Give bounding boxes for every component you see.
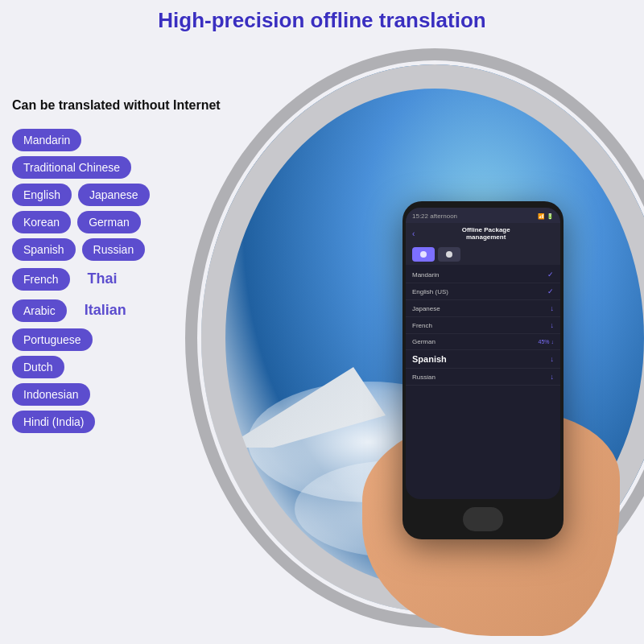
- screen-tabs: [406, 244, 560, 265]
- item-name-russian: Russian: [412, 374, 436, 381]
- subtitle-text: Can be translated without Internet: [12, 97, 237, 114]
- screen-icons: 📶 🔋: [538, 213, 554, 220]
- tag-thai: Thai: [76, 266, 129, 292]
- tag-traditional-chinese: Traditional Chinese: [12, 156, 131, 179]
- item-name-spanish: Spanish: [412, 354, 447, 364]
- tag-row-2: Traditional Chinese: [12, 156, 237, 179]
- screen-time: 15:22 afternoon: [412, 213, 457, 220]
- tag-row-7: Arabic Italian: [12, 297, 237, 324]
- tag-arabic: Arabic: [12, 299, 67, 322]
- left-panel: Can be translated without Internet Manda…: [12, 97, 237, 433]
- tag-row-3: English Japanese: [12, 184, 237, 206]
- tab-inactive[interactable]: [438, 247, 460, 262]
- page-header: High-precision offline translation: [0, 8, 644, 33]
- tag-spanish: Spanish: [12, 238, 76, 261]
- phone-container: 15:22 afternoon 📶 🔋 ‹ Offline Packageman…: [386, 201, 596, 620]
- tag-row-5: Spanish Russian: [12, 238, 237, 261]
- tag-row-1: Mandarin: [12, 129, 237, 151]
- list-item-mandarin: Mandarin ✓: [406, 266, 560, 283]
- tag-row-4: Korean German: [12, 211, 237, 233]
- list-item-japanese: Japanese ↓: [406, 300, 560, 317]
- screen-title: Offline Packagemanagement: [418, 226, 554, 241]
- tag-hindi: Hindi (India): [12, 411, 95, 433]
- download-icon-russian[interactable]: ↓: [551, 373, 555, 381]
- check-icon-mandarin: ✓: [547, 270, 554, 279]
- tag-dutch: Dutch: [12, 356, 64, 378]
- tag-russian: Russian: [82, 238, 146, 261]
- tag-row-11: Hindi (India): [12, 411, 237, 433]
- phone-home-button[interactable]: [463, 507, 503, 531]
- list-item-french: French ↓: [406, 317, 560, 334]
- tag-french: French: [12, 268, 70, 291]
- screen-list: Mandarin ✓ English (US) ✓ Japanese ↓ Fre…: [406, 265, 560, 387]
- tab-active[interactable]: [412, 247, 435, 262]
- download-icon-japanese[interactable]: ↓: [551, 304, 555, 312]
- tag-english: English: [12, 184, 72, 206]
- download-icon-spanish[interactable]: ↓: [551, 355, 555, 363]
- tag-korean: Korean: [12, 211, 71, 233]
- tag-portuguese: Portuguese: [12, 328, 93, 351]
- language-tags: Mandarin Traditional Chinese English Jap…: [12, 129, 237, 433]
- list-item-english: English (US) ✓: [406, 283, 560, 300]
- item-name-japanese: Japanese: [412, 305, 440, 312]
- tag-indonesian: Indonesian: [12, 383, 90, 406]
- item-name-french: French: [412, 322, 432, 329]
- tag-german: German: [77, 211, 141, 233]
- item-name-english: English (US): [412, 288, 448, 295]
- item-name-german: German: [412, 338, 436, 345]
- list-item-russian: Russian ↓: [406, 369, 560, 386]
- item-name-mandarin: Mandarin: [412, 271, 439, 279]
- progress-german: 45% ↓: [539, 339, 554, 345]
- tag-japanese: Japanese: [78, 184, 150, 206]
- tag-italian: Italian: [73, 297, 138, 324]
- tag-row-10: Indonesian: [12, 383, 237, 406]
- page-title: High-precision offline translation: [0, 8, 644, 33]
- tag-row-8: Portuguese: [12, 328, 237, 351]
- phone-device: 15:22 afternoon 📶 🔋 ‹ Offline Packageman…: [402, 201, 564, 539]
- tag-row-6: French Thai: [12, 266, 237, 292]
- list-item-german: German 45% ↓: [406, 334, 560, 350]
- back-icon[interactable]: ‹: [412, 229, 415, 238]
- phone-screen: 15:22 afternoon 📶 🔋 ‹ Offline Packageman…: [406, 208, 560, 499]
- screen-status-bar: 15:22 afternoon 📶 🔋: [406, 208, 560, 223]
- tag-row-9: Dutch: [12, 356, 237, 378]
- list-item-spanish: Spanish ↓: [406, 350, 560, 369]
- tag-mandarin: Mandarin: [12, 129, 81, 151]
- check-icon-english: ✓: [547, 287, 554, 295]
- screen-nav: ‹ Offline Packagemanagement: [406, 223, 560, 244]
- download-icon-french[interactable]: ↓: [551, 321, 555, 329]
